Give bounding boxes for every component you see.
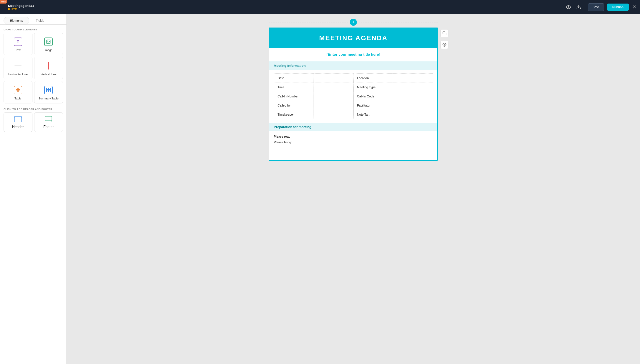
element-horizontal-line[interactable]: Horizontal Line bbox=[4, 57, 33, 79]
table-cell-facilitator-value[interactable] bbox=[393, 101, 433, 110]
close-button[interactable]: ✕ bbox=[632, 4, 636, 10]
element-table-label: Table bbox=[15, 97, 21, 100]
element-vline-label: Vertical Line bbox=[41, 72, 57, 76]
table-row: Called by Facilitator bbox=[274, 101, 433, 110]
table-cell-timekeeper-value[interactable] bbox=[314, 110, 353, 119]
text-element-icon: T bbox=[14, 37, 23, 46]
element-table[interactable]: Table bbox=[4, 81, 33, 104]
svg-point-3 bbox=[48, 40, 48, 41]
header-icon bbox=[15, 116, 22, 123]
document-title: Meetingagenda1 bbox=[8, 4, 34, 8]
preparation-section: Please read: Please bring: bbox=[269, 131, 437, 148]
meeting-info-table: Date Location Time Meeting Type Call-In … bbox=[274, 74, 433, 119]
table-cell-time-value[interactable] bbox=[314, 83, 353, 92]
element-image[interactable]: Image bbox=[34, 33, 63, 55]
svg-rect-17 bbox=[45, 116, 52, 122]
summary-table-element-icon bbox=[44, 86, 53, 94]
canvas-area[interactable]: + MEETING AGENDA bbox=[67, 14, 640, 364]
table-row: Date Location bbox=[274, 74, 433, 83]
elements-grid: T Text Image bbox=[0, 33, 66, 104]
image-element-icon bbox=[44, 37, 53, 46]
add-header-button[interactable]: Header bbox=[4, 112, 33, 132]
table-cell-callin-label: Call-In Number bbox=[274, 92, 314, 101]
table-cell-callin-value[interactable] bbox=[314, 92, 353, 101]
document-meeting-title[interactable]: [Enter your meeting title here] bbox=[269, 48, 437, 62]
table-cell-location-value[interactable] bbox=[393, 74, 433, 83]
table-cell-time-label: Time bbox=[274, 83, 314, 92]
main-layout: Elements Fields DRAG TO ADD ELEMENTS T T… bbox=[0, 14, 640, 364]
preparation-header: Preparation for meeting bbox=[269, 123, 437, 131]
preparation-title: Preparation for meeting bbox=[274, 125, 433, 129]
table-element-icon bbox=[14, 86, 23, 94]
table-cell-calledby-value[interactable] bbox=[314, 101, 353, 110]
topbar: Beta Meetingagenda1 Draft Save Publish ✕ bbox=[0, 0, 640, 14]
svg-point-0 bbox=[568, 6, 569, 8]
footer-label: Footer bbox=[43, 125, 54, 129]
settings-button[interactable] bbox=[441, 41, 449, 49]
hline-element-icon bbox=[14, 62, 23, 70]
copy-button[interactable] bbox=[441, 29, 449, 37]
element-text[interactable]: T Text bbox=[4, 33, 33, 55]
table-cell-notetaker-label: Note Ta... bbox=[353, 110, 393, 119]
table-cell-facilitator-label: Facilitator bbox=[353, 101, 393, 110]
meeting-info-title: Meeting Information bbox=[274, 64, 433, 68]
document: MEETING AGENDA [Enter your meeting title… bbox=[269, 28, 438, 161]
add-footer-button[interactable]: Footer bbox=[34, 112, 63, 132]
prep-read[interactable]: Please read: bbox=[274, 135, 433, 138]
svg-rect-6 bbox=[16, 88, 20, 92]
table-cell-meetingtype-value[interactable] bbox=[393, 83, 433, 92]
table-cell-meetingtype-label: Meeting Type bbox=[353, 83, 393, 92]
prep-bring[interactable]: Please bring: bbox=[274, 140, 433, 144]
preview-button[interactable] bbox=[565, 3, 572, 11]
meeting-title-text: [Enter your meeting title here] bbox=[326, 52, 380, 56]
table-cell-callcode-label: Call-In Code bbox=[353, 92, 393, 101]
element-text-label: Text bbox=[15, 48, 21, 52]
table-row: Timekeeper Note Ta... bbox=[274, 110, 433, 119]
table-cell-location-label: Location bbox=[353, 74, 393, 83]
status-dot bbox=[8, 8, 10, 10]
document-banner-title: MEETING AGENDA bbox=[274, 34, 433, 42]
document-status: Draft bbox=[8, 8, 34, 11]
tab-elements[interactable]: Elements bbox=[4, 17, 29, 24]
add-element-row-top: + bbox=[269, 19, 438, 26]
topbar-title-area: Meetingagenda1 Draft bbox=[8, 4, 34, 11]
document-wrapper: MEETING AGENDA [Enter your meeting title… bbox=[269, 28, 438, 161]
add-row-line-left bbox=[269, 22, 348, 22]
table-row: Time Meeting Type bbox=[274, 83, 433, 92]
tab-fields[interactable]: Fields bbox=[29, 17, 51, 24]
table-cell-date-value[interactable] bbox=[314, 74, 353, 83]
footer-icon bbox=[45, 116, 52, 123]
add-element-button[interactable]: + bbox=[350, 19, 357, 26]
publish-button[interactable]: Publish bbox=[607, 4, 629, 11]
table-cell-callcode-value[interactable] bbox=[393, 92, 433, 101]
table-cell-calledby-label: Called by bbox=[274, 101, 314, 110]
footer-elements-grid: Header Footer bbox=[0, 112, 66, 136]
beta-badge: Beta bbox=[0, 0, 7, 4]
svg-rect-19 bbox=[444, 33, 446, 35]
element-image-label: Image bbox=[45, 48, 53, 52]
drag-section-label: DRAG TO ADD ELEMENTS bbox=[0, 25, 66, 33]
table-cell-notetaker-value[interactable] bbox=[393, 110, 433, 119]
topbar-divider bbox=[585, 4, 585, 11]
table-row: Call-In Number Call-In Code bbox=[274, 92, 433, 101]
status-label: Draft bbox=[11, 8, 17, 11]
vline-element-icon bbox=[44, 62, 53, 70]
svg-rect-15 bbox=[15, 116, 21, 122]
element-summary-label: Summary Table bbox=[39, 97, 59, 100]
click-section-label: CLICK TO ADD HEADER AND FOOTER bbox=[0, 104, 66, 112]
element-summary-table[interactable]: Summary Table bbox=[34, 81, 63, 104]
add-row-line-right bbox=[359, 22, 438, 22]
table-cell-date-label: Date bbox=[274, 74, 314, 83]
meeting-info-header: Meeting Information bbox=[269, 62, 437, 70]
sidebar: Elements Fields DRAG TO ADD ELEMENTS T T… bbox=[0, 14, 67, 364]
header-label: Header bbox=[12, 125, 24, 129]
svg-point-20 bbox=[444, 44, 445, 46]
save-button[interactable]: Save bbox=[588, 3, 604, 11]
svg-rect-18 bbox=[45, 120, 52, 122]
table-cell-timekeeper-label: Timekeeper bbox=[274, 110, 314, 119]
element-vertical-line[interactable]: Vertical Line bbox=[34, 57, 63, 79]
svg-rect-16 bbox=[15, 116, 21, 118]
document-banner: MEETING AGENDA bbox=[269, 28, 437, 48]
element-hline-label: Horizontal Line bbox=[8, 72, 28, 76]
download-button[interactable] bbox=[575, 3, 582, 11]
